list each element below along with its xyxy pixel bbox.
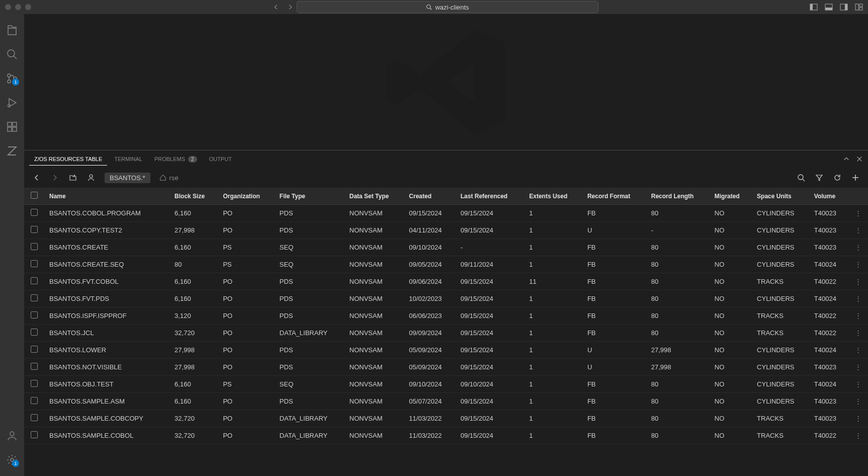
filter-pattern-input[interactable]: BSANTOS.* bbox=[105, 173, 150, 183]
tab-zos-resources[interactable]: Z/OS RESOURCES TABLE bbox=[29, 153, 107, 166]
run-debug-tab[interactable] bbox=[0, 91, 24, 115]
table-row[interactable]: BSANTOS.CREATE6,160PSSEQNONVSAM09/10/202… bbox=[24, 239, 868, 256]
row-more-icon[interactable]: ⋮ bbox=[848, 376, 868, 393]
header-file-type[interactable]: File Type bbox=[275, 188, 344, 205]
table-row[interactable]: BSANTOS.SAMPLE.COBCOPY32,720PODATA_LIBRA… bbox=[24, 410, 868, 427]
table-row[interactable]: BSANTOS.OBJ.TEST6,160PSSEQNONVSAM09/10/2… bbox=[24, 376, 868, 393]
tab-output[interactable]: OUTPUT bbox=[204, 153, 237, 165]
tab-terminal[interactable]: TERMINAL bbox=[109, 153, 147, 165]
cell-organization: PS bbox=[218, 376, 274, 393]
row-checkbox[interactable] bbox=[31, 346, 38, 353]
table-row[interactable]: BSANTOS.NOT.VISIBLE27,998POPDSNONVSAM05/… bbox=[24, 359, 868, 376]
table-row[interactable]: BSANTOS.ISPF.ISPPROF3,120POPDSNONVSAM06/… bbox=[24, 307, 868, 325]
table-row[interactable]: BSANTOS.FVT.PDS6,160POPDSNONVSAM10/02/20… bbox=[24, 290, 868, 307]
header-name[interactable]: Name bbox=[44, 188, 169, 205]
table-row[interactable]: BSANTOS.FVT.COBOL6,160POPDSNONVSAM09/06/… bbox=[24, 273, 868, 290]
toolbar-add-icon[interactable] bbox=[851, 173, 860, 182]
row-more-icon[interactable]: ⋮ bbox=[848, 359, 868, 376]
svg-point-13 bbox=[8, 74, 11, 77]
close-window[interactable] bbox=[5, 4, 11, 10]
header-volume[interactable]: Volume bbox=[809, 188, 848, 205]
table-row[interactable]: BSANTOS.JCL32,720PODATA_LIBRARYNONVSAM09… bbox=[24, 325, 868, 342]
toolbar-user-icon[interactable] bbox=[86, 173, 96, 182]
row-checkbox[interactable] bbox=[31, 311, 38, 319]
row-checkbox[interactable] bbox=[31, 294, 38, 301]
toolbar-new-folder-icon[interactable] bbox=[68, 173, 77, 182]
row-checkbox[interactable] bbox=[31, 226, 38, 233]
row-more-icon[interactable]: ⋮ bbox=[848, 222, 868, 239]
accounts-tab[interactable] bbox=[0, 424, 24, 448]
row-checkbox[interactable] bbox=[31, 329, 38, 336]
cell-migrated: NO bbox=[710, 325, 752, 342]
cell-organization: PO bbox=[218, 307, 274, 325]
row-more-icon[interactable]: ⋮ bbox=[848, 393, 868, 410]
cell-data-set-type: NONVSAM bbox=[344, 239, 404, 256]
row-checkbox[interactable] bbox=[31, 380, 38, 387]
row-checkbox[interactable] bbox=[31, 414, 38, 421]
header-created[interactable]: Created bbox=[404, 188, 455, 205]
explorer-tab[interactable] bbox=[0, 18, 24, 42]
command-center-search[interactable]: wazi-clients bbox=[297, 1, 598, 13]
row-more-icon[interactable]: ⋮ bbox=[848, 273, 868, 290]
panel-close-icon[interactable] bbox=[856, 155, 863, 163]
toolbar-forward-icon[interactable] bbox=[50, 173, 59, 182]
settings-tab[interactable]: 1 bbox=[0, 448, 24, 472]
row-checkbox[interactable] bbox=[31, 431, 38, 438]
cell-record-length: 80 bbox=[646, 410, 710, 427]
row-more-icon[interactable]: ⋮ bbox=[848, 342, 868, 359]
panel-maximize-icon[interactable] bbox=[843, 155, 850, 163]
header-data-set-type[interactable]: Data Set Type bbox=[344, 188, 404, 205]
table-row[interactable]: BSANTOS.COBOL.PROGRAM6,160POPDSNONVSAM09… bbox=[24, 205, 868, 222]
row-checkbox[interactable] bbox=[31, 260, 38, 267]
tab-problems[interactable]: PROBLEMS 2 bbox=[149, 153, 202, 166]
row-more-icon[interactable]: ⋮ bbox=[848, 205, 868, 222]
row-more-icon[interactable]: ⋮ bbox=[848, 307, 868, 325]
table-row[interactable]: BSANTOS.COPY.TEST227,998POPDSNONVSAM04/1… bbox=[24, 222, 868, 239]
row-checkbox[interactable] bbox=[31, 363, 38, 370]
customize-layout-icon[interactable] bbox=[855, 3, 863, 11]
toolbar-back-icon[interactable] bbox=[32, 173, 41, 182]
cell-record-format: FB bbox=[582, 256, 646, 273]
toolbar-refresh-icon[interactable] bbox=[833, 173, 842, 182]
row-more-icon[interactable]: ⋮ bbox=[848, 427, 868, 444]
header-extents-used[interactable]: Extents Used bbox=[524, 188, 582, 205]
cell-data-set-type: NONVSAM bbox=[344, 427, 404, 444]
header-last-referenced[interactable]: Last Referenced bbox=[456, 188, 525, 205]
row-more-icon[interactable]: ⋮ bbox=[848, 256, 868, 273]
table-row[interactable]: BSANTOS.CREATE.SEQ80PSSEQNONVSAM09/05/20… bbox=[24, 256, 868, 273]
extensions-tab[interactable] bbox=[0, 115, 24, 139]
header-organization[interactable]: Organization bbox=[218, 188, 274, 205]
nav-forward-button[interactable] bbox=[286, 3, 295, 12]
cell-name: BSANTOS.FVT.COBOL bbox=[44, 273, 169, 290]
header-migrated[interactable]: Migrated bbox=[710, 188, 752, 205]
row-more-icon[interactable]: ⋮ bbox=[848, 325, 868, 342]
connection-breadcrumb[interactable]: rse bbox=[159, 174, 179, 182]
row-more-icon[interactable]: ⋮ bbox=[848, 239, 868, 256]
layout-sidebar-right-icon[interactable] bbox=[840, 3, 848, 11]
header-space-units[interactable]: Space Units bbox=[752, 188, 809, 205]
table-row[interactable]: BSANTOS.SAMPLE.ASM6,160POPDSNONVSAM05/07… bbox=[24, 393, 868, 410]
header-checkbox[interactable] bbox=[24, 188, 44, 205]
nav-back-button[interactable] bbox=[272, 3, 281, 12]
row-checkbox[interactable] bbox=[31, 209, 38, 216]
row-checkbox[interactable] bbox=[31, 397, 38, 404]
maximize-window[interactable] bbox=[25, 4, 31, 10]
layout-panel-icon[interactable] bbox=[825, 3, 833, 11]
table-row[interactable]: BSANTOS.LOWER27,998POPDSNONVSAM05/09/202… bbox=[24, 342, 868, 359]
row-checkbox[interactable] bbox=[31, 277, 38, 284]
minimize-window[interactable] bbox=[15, 4, 21, 10]
source-control-tab[interactable]: 1 bbox=[0, 66, 24, 91]
toolbar-search-icon[interactable] bbox=[797, 173, 806, 182]
header-record-length[interactable]: Record Length bbox=[646, 188, 710, 205]
row-checkbox[interactable] bbox=[31, 243, 38, 250]
table-row[interactable]: BSANTOS.SAMPLE.COBOL32,720PODATA_LIBRARY… bbox=[24, 427, 868, 444]
zos-tab[interactable] bbox=[0, 139, 24, 163]
header-record-format[interactable]: Record Format bbox=[582, 188, 646, 205]
row-more-icon[interactable]: ⋮ bbox=[848, 290, 868, 307]
row-more-icon[interactable]: ⋮ bbox=[848, 410, 868, 427]
layout-sidebar-left-icon[interactable] bbox=[810, 3, 818, 11]
header-block-size[interactable]: Block Size bbox=[169, 188, 218, 205]
cell-data-set-type: NONVSAM bbox=[344, 376, 404, 393]
toolbar-filter-icon[interactable] bbox=[815, 173, 824, 182]
search-tab[interactable] bbox=[0, 42, 24, 66]
